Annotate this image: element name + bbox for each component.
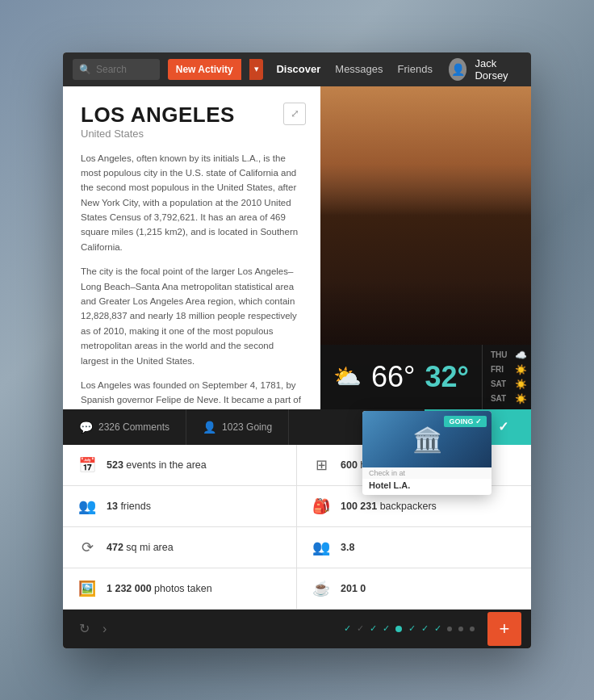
main-nav: Discover Messages Friends bbox=[276, 63, 433, 75]
forecast-day-1: FRI bbox=[491, 365, 508, 374]
grid-friends: 👥 13 friends bbox=[63, 486, 297, 527]
going-count: 1023 Going bbox=[222, 421, 272, 433]
dot-1: ✓ bbox=[357, 626, 363, 632]
dot-0: ✓ bbox=[344, 626, 350, 632]
description-3: Los Angeles was founded on September 4, … bbox=[81, 378, 303, 409]
dot-5: ✓ bbox=[408, 626, 415, 632]
right-panel: HOLLYWOOD ‹ › ⛅ 66° 32° THU ☁️ bbox=[320, 86, 531, 409]
checkin-badge: GOING ✓ bbox=[444, 416, 487, 427]
population-icon: 👥 bbox=[312, 539, 331, 556]
search-input[interactable] bbox=[96, 64, 153, 75]
checkin-image: GOING ✓ bbox=[362, 411, 492, 467]
left-panel: LOS ANGELES United States ⤢ Los Angeles,… bbox=[63, 86, 320, 409]
avatar: 👤 bbox=[449, 58, 467, 81]
events-icon: 📅 bbox=[77, 456, 97, 474]
events-value: 523 events in the area bbox=[107, 459, 207, 471]
nav-discover[interactable]: Discover bbox=[276, 63, 320, 75]
checkin-popup: GOING ✓ Check in at Hotel L.A. bbox=[362, 411, 492, 495]
checkin-label: Check in at bbox=[362, 467, 492, 479]
grid-events: 📅 523 events in the area bbox=[63, 445, 297, 486]
friends-icon: 👥 bbox=[77, 497, 97, 515]
description-2: The city is the focal point of the large… bbox=[81, 264, 303, 368]
search-icon: 🔍 bbox=[79, 64, 91, 75]
forward-icon[interactable]: › bbox=[96, 610, 113, 648]
area-icon: ⟳ bbox=[77, 539, 97, 556]
bottom-bar: ↻ › ✓ ✓ ✓ ✓ ✓ ✓ ✓ + bbox=[63, 610, 531, 648]
hotels-icon: ⊞ bbox=[312, 456, 331, 474]
going-stat[interactable]: 👤 1023 Going bbox=[186, 409, 289, 445]
refresh-icon[interactable]: ↻ bbox=[73, 610, 96, 648]
search-box[interactable]: 🔍 bbox=[73, 59, 160, 80]
forecast-day-0: THU bbox=[491, 350, 508, 359]
grid-area: ⟳ 472 sq mi area bbox=[63, 527, 297, 568]
progress-dots: ✓ ✓ ✓ ✓ ✓ ✓ ✓ bbox=[344, 626, 475, 632]
info-grid: 📅 523 events in the area ⊞ 600 hotels 👥 … bbox=[63, 445, 531, 610]
misc-icon: ☕ bbox=[312, 580, 331, 597]
share-button[interactable]: ⤢ bbox=[283, 103, 306, 125]
city-title: LOS ANGELES bbox=[81, 103, 303, 128]
nav-messages[interactable]: Messages bbox=[335, 63, 383, 75]
forecast-day-2: SAT bbox=[491, 379, 508, 388]
dot-3: ✓ bbox=[383, 626, 389, 632]
nav-friends[interactable]: Friends bbox=[398, 63, 433, 75]
dot-6: ✓ bbox=[421, 626, 428, 632]
grid-population: 👥 3.8 GOING ✓ Check in at Hotel L.A. bbox=[297, 527, 531, 568]
main-content: LOS ANGELES United States ⤢ Los Angeles,… bbox=[63, 86, 531, 409]
comments-stat[interactable]: 💬 2326 Comments bbox=[63, 409, 186, 445]
dot-2: ✓ bbox=[370, 626, 376, 632]
add-button[interactable]: + bbox=[487, 612, 521, 646]
comments-count: 2326 Comments bbox=[98, 421, 169, 433]
weather-forecast: THU ☁️ 33° 33° FRI ☀️ 53° 22° SAT ☀️ bbox=[483, 345, 531, 409]
forecast-day-3: SAT bbox=[491, 394, 508, 403]
current-temp: 66° bbox=[371, 360, 415, 394]
dot-8 bbox=[447, 627, 452, 631]
backpackers-value: 100 231 backpackers bbox=[341, 501, 437, 512]
comments-icon: 💬 bbox=[79, 421, 93, 434]
forecast-icon-0: ☁️ bbox=[515, 350, 527, 361]
forecast-row-1: FRI ☀️ 53° 22° bbox=[483, 363, 531, 377]
grid-misc: ☕ 201 0 ⏸ 🔊 bbox=[297, 568, 531, 610]
secondary-temp: 32° bbox=[425, 360, 468, 394]
dot-9 bbox=[458, 627, 463, 631]
forecast-row-0: THU ☁️ 33° 33° bbox=[483, 348, 531, 363]
new-activity-button[interactable]: New Activity bbox=[168, 59, 241, 80]
photos-icon: 🖼️ bbox=[77, 580, 97, 597]
forecast-row-2: SAT ☀️ 61° 41° bbox=[483, 377, 531, 392]
app-window: 🔍 New Activity ▾ Discover Messages Frien… bbox=[63, 52, 531, 648]
user-name: Jack Dorsey bbox=[475, 57, 521, 82]
dot-7: ✓ bbox=[434, 626, 441, 632]
top-nav: 🔍 New Activity ▾ Discover Messages Frien… bbox=[63, 52, 531, 86]
forecast-row-3: SAT ☀️ 66° 42° bbox=[483, 392, 531, 406]
misc-value: 201 0 bbox=[341, 583, 366, 594]
friends-value: 13 friends bbox=[107, 501, 151, 512]
checkmark-icon: ✓ bbox=[498, 419, 509, 434]
country-subtitle: United States bbox=[81, 128, 303, 140]
photos-value: 1 232 000 photos taken bbox=[107, 583, 212, 594]
forecast-icon-3: ☀️ bbox=[515, 393, 527, 404]
grid-photos: 🖼️ 1 232 000 photos taken bbox=[63, 568, 297, 610]
weather-icon: ⛅ bbox=[333, 363, 362, 390]
description-1: Los Angeles, often known by its initials… bbox=[81, 151, 303, 255]
checkin-title: Hotel L.A. bbox=[362, 479, 492, 495]
weather-main: ⛅ 66° 32° bbox=[320, 345, 483, 409]
dot-4 bbox=[395, 626, 402, 632]
area-value: 472 sq mi area bbox=[107, 542, 174, 553]
new-activity-dropdown[interactable]: ▾ bbox=[249, 59, 264, 80]
forecast-icon-2: ☀️ bbox=[515, 379, 527, 390]
dot-10 bbox=[470, 627, 475, 631]
backpackers-icon: 🎒 bbox=[312, 497, 331, 515]
lower-section: 📅 523 events in the area ⊞ 600 hotels 👥 … bbox=[63, 445, 531, 610]
going-icon: 👤 bbox=[203, 421, 216, 434]
population-value: 3.8 bbox=[341, 542, 354, 553]
forecast-icon-1: ☀️ bbox=[515, 364, 527, 375]
weather-widget: ⛅ 66° 32° THU ☁️ 33° 33° FRI ☀️ 53° bbox=[320, 345, 531, 409]
